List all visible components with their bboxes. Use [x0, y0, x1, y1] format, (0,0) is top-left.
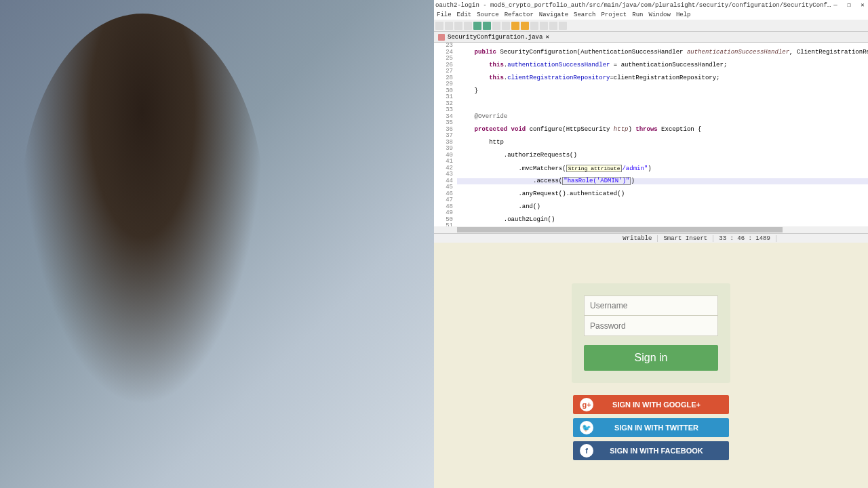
toolbar-icon[interactable] — [559, 22, 567, 30]
facebook-icon: f — [580, 444, 593, 458]
twitter-icon: 🐦 — [580, 421, 593, 434]
google-plus-icon: g+ — [580, 398, 593, 411]
menubar: File Edit Source Refactor Navigate Searc… — [434, 10, 868, 20]
line-gutter: 23 24 25 26 27 28 29 30 31 32 33 34 35 3… — [434, 43, 457, 226]
toolbar-icon[interactable] — [511, 22, 519, 30]
toolbar — [434, 20, 868, 32]
menu-edit[interactable]: Edit — [457, 12, 472, 18]
statusbar: Writable Smart Insert 33 : 46 : 1489 — [434, 233, 868, 243]
titlebar: oauth2-login - mod5_crypto_portfolio_aut… — [434, 0, 868, 10]
menu-refactor[interactable]: Refactor — [505, 12, 534, 18]
menu-file[interactable]: File — [437, 12, 452, 18]
debug-icon[interactable] — [483, 22, 491, 30]
code-editor[interactable]: 23 24 25 26 27 28 29 30 31 32 33 34 35 3… — [434, 43, 868, 226]
status-writable: Writable — [617, 235, 658, 242]
login-page: Sign in g+ SIGN IN WITH GOOGLE+ 🐦 SIGN I… — [434, 243, 868, 488]
toolbar-icon[interactable] — [492, 22, 500, 30]
run-icon[interactable] — [473, 22, 481, 30]
tab-label: SecurityConfiguration.java — [448, 34, 542, 41]
java-file-icon — [438, 34, 445, 41]
status-insert: Smart Insert — [658, 235, 713, 242]
facebook-label: SIGN IN WITH FACEBOOK — [603, 447, 729, 455]
toolbar-icon[interactable] — [530, 22, 538, 30]
toolbar-icon[interactable] — [464, 22, 472, 30]
username-input[interactable] — [584, 296, 718, 316]
menu-run[interactable]: Run — [632, 12, 643, 18]
code-content[interactable]: public SecurityConfiguration(Authenticat… — [457, 43, 868, 226]
param-hint: String attribute — [566, 165, 623, 172]
login-form: Sign in — [572, 283, 730, 383]
facebook-signin-button[interactable]: f SIGN IN WITH FACEBOOK — [573, 441, 729, 460]
signin-button[interactable]: Sign in — [584, 345, 718, 371]
toolbar-icon[interactable] — [521, 22, 529, 30]
toolbar-icon[interactable] — [445, 22, 453, 30]
minimize-button[interactable]: — — [831, 1, 840, 9]
status-cursor-pos: 33 : 46 : 1489 — [713, 235, 776, 242]
google-label: SIGN IN WITH GOOGLE+ — [603, 401, 729, 409]
window-title: oauth2-login - mod5_crypto_portfolio_aut… — [435, 2, 831, 9]
close-button[interactable]: ✕ — [859, 1, 867, 9]
tab-close-icon[interactable]: ✕ — [545, 33, 549, 41]
ide-window: oauth2-login - mod5_crypto_portfolio_aut… — [434, 0, 868, 243]
maximize-button[interactable]: ❐ — [845, 1, 853, 9]
editor-tab[interactable]: SecurityConfiguration.java ✕ — [434, 32, 868, 43]
menu-search[interactable]: Search — [574, 12, 595, 18]
toolbar-icon[interactable] — [502, 22, 510, 30]
menu-navigate[interactable]: Navigate — [539, 12, 568, 18]
stock-photo — [0, 0, 434, 488]
google-signin-button[interactable]: g+ SIGN IN WITH GOOGLE+ — [573, 395, 729, 414]
scrollbar-thumb[interactable] — [457, 227, 783, 232]
toolbar-icon[interactable] — [435, 22, 443, 30]
toolbar-icon[interactable] — [540, 22, 548, 30]
horizontal-scrollbar[interactable] — [434, 226, 868, 233]
password-input[interactable] — [584, 316, 718, 336]
twitter-label: SIGN IN WITH TWITTER — [603, 424, 729, 432]
menu-project[interactable]: Project — [601, 12, 627, 18]
menu-source[interactable]: Source — [477, 12, 498, 18]
toolbar-icon[interactable] — [549, 22, 557, 30]
twitter-signin-button[interactable]: 🐦 SIGN IN WITH TWITTER — [573, 418, 729, 437]
menu-window[interactable]: Window — [648, 12, 670, 18]
menu-help[interactable]: Help — [676, 12, 691, 18]
toolbar-icon[interactable] — [454, 22, 462, 30]
